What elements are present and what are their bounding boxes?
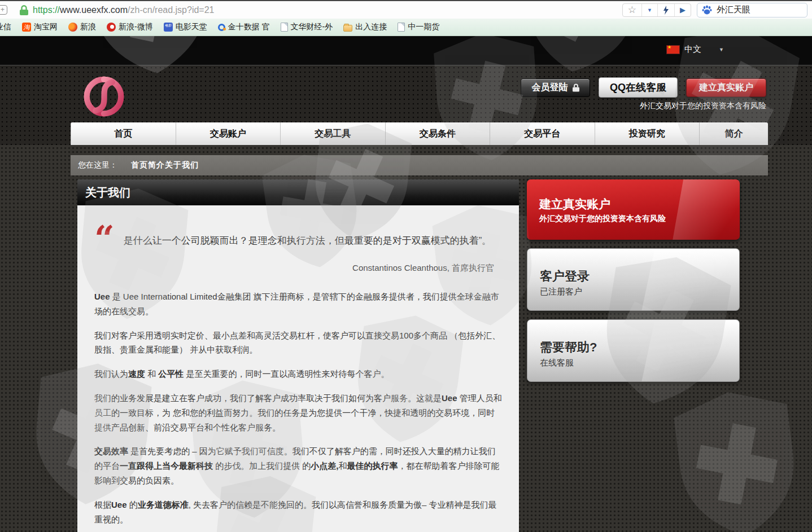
nav-tab-label: 交易账户 <box>210 128 246 140</box>
quote-block: “ 是什么让一个公司脱颖而出？是理念和执行方法，但最重要的是对于双赢模式的执着”… <box>94 228 502 249</box>
sidebar-card-subtitle: 外汇交易对于您的投资资本含有风险 <box>527 212 740 224</box>
sidebar-card-title: 客户登录 <box>527 268 739 285</box>
nav-tab[interactable]: 交易条件 <box>385 122 490 145</box>
nav-tab[interactable]: 交易平台 <box>490 122 595 145</box>
bookmark-item[interactable]: 新浪-微博 <box>107 22 153 32</box>
qq-service-label: QQ在线客服 <box>610 81 666 94</box>
member-login-button[interactable]: 会员登陆 <box>521 78 590 97</box>
sidebar-card[interactable]: 需要帮助? 在线客服 <box>527 319 740 382</box>
qq-service-button[interactable]: QQ在线客服 <box>599 77 678 98</box>
open-account-button[interactable]: 建立真实账户 <box>686 78 766 97</box>
bookmark-item[interactable]: 淘宝网 <box>22 22 58 32</box>
bookmark-item[interactable]: 文华财经-外 <box>281 22 333 32</box>
paragraph: Uee 是 Uee International Limited金融集团 旗下注册… <box>94 289 502 319</box>
dropdown-caret-icon[interactable]: ▼ <box>641 4 657 16</box>
sidebar-card-title: 需要帮助? <box>527 339 739 356</box>
paragraph: 我们认为速度 和 公平性 是至关重要的，同时一直以高透明性来对待每个客户。 <box>94 367 502 381</box>
article-panel: 关于我们 “ 是什么让一个公司脱颖而出？是理念和执行方法，但最重要的是对于双赢模… <box>77 179 519 532</box>
language-label: 中文 <box>684 44 701 55</box>
bookmark-favicon-icon <box>107 23 116 32</box>
bookmark-favicon-icon <box>164 23 173 32</box>
site-header: 会员登陆 QQ在线客服 建立真实账户 外汇交易对于您的投资资本含有风险 首页 <box>0 65 812 145</box>
breadcrumb: 您在这里： 首页简介关于我们 <box>71 155 768 175</box>
sidebar: 建立真实账户 外汇交易对于您的投资资本含有风险 客户登录 已注册客户 需要帮助?… <box>527 179 740 532</box>
nav-tab[interactable]: 首页 <box>71 122 176 145</box>
open-account-label: 建立真实账户 <box>699 82 753 94</box>
bookmark-label: 电影天堂 <box>176 22 207 32</box>
article-body: “ 是什么让一个公司脱颖而出？是理念和执行方法，但最重要的是对于双赢模式的执着”… <box>77 205 519 532</box>
bookmark-label: 中一期货 <box>408 22 439 32</box>
bookmark-item[interactable]: 金十数据 官 <box>218 22 270 32</box>
bookmark-item[interactable]: 新浪 <box>68 22 96 32</box>
bookmark-favicon-icon <box>68 23 77 32</box>
china-flag-icon <box>667 46 679 54</box>
bookmark-label: 文华财经-外 <box>291 22 333 32</box>
bookmark-favicon-icon <box>218 24 225 31</box>
address-bar-actions: ☆ ▼ ▶ <box>622 3 691 17</box>
paragraph: 我们的业务发展是建立在客户成功，我们了解客户成功率取决于我们如何为客户服务。这就… <box>94 391 502 434</box>
url-text[interactable]: https://www.ueexfx.com/zh-cn/read.jsp?id… <box>33 5 622 15</box>
bookmark-star-icon[interactable]: ☆ <box>623 4 641 16</box>
risk-warning-text: 外汇交易对于您的投资资本含有风险 <box>640 101 766 111</box>
extension-icon[interactable]: + <box>0 5 7 15</box>
site-topbar: 中文 ▼ <box>0 36 812 65</box>
nav-tab[interactable]: 投资研究 <box>595 122 700 145</box>
sidebar-card[interactable]: 客户登录 已注册客户 <box>527 248 740 311</box>
nav-tab-label: 交易工具 <box>315 128 351 140</box>
bookmarks-bar: 业信 淘宝网 新浪 新浪-微博 电影天堂 <box>0 19 812 36</box>
bookmark-item[interactable]: 业信 <box>0 22 11 32</box>
paragraph: 我们对客户采用透明实时定价、最小点差和高灵活交易杠杆，使客户可以直接交易100多… <box>94 328 502 358</box>
search-plugin-box[interactable]: 外汇天眼 <box>697 3 807 17</box>
main-content: 关于我们 “ 是什么让一个公司脱颖而出？是理念和执行方法，但最重要的是对于双赢模… <box>77 179 812 532</box>
bookmark-item[interactable]: 中一期货 <box>398 22 439 32</box>
main-nav: 首页 交易账户 交易工具 交易条件 交易平台 投资研究 简介 <box>71 122 768 145</box>
breadcrumb-path[interactable]: 首页简介关于我们 <box>131 160 199 170</box>
bookmark-label: 新浪 <box>80 22 96 32</box>
nav-tab-label: 交易条件 <box>420 128 456 140</box>
bookmark-favicon-icon <box>343 25 352 32</box>
browser-address-bar: + https://www.ueexfx.com/zh-cn/read.jsp?… <box>0 0 812 19</box>
nav-tab[interactable]: 交易账户 <box>176 122 281 145</box>
paragraph: 根据Uee 的业务道德标准, 失去客户的信赖是不能挽回的。我们以高信誉和服务质量… <box>94 498 502 527</box>
bookmark-item[interactable]: 电影天堂 <box>164 22 207 32</box>
quote-text: 是什么让一个公司脱颖而出？是理念和执行方法，但最重要的是对于双赢模式的执着”。 <box>124 228 492 249</box>
bookmark-favicon-icon <box>281 23 288 32</box>
nav-tab[interactable]: 简介 <box>699 122 768 145</box>
bookmark-label: 业信 <box>0 22 11 32</box>
nav-tab-label: 投资研究 <box>629 128 665 140</box>
ssl-lock-icon[interactable] <box>20 5 28 15</box>
site-logo[interactable] <box>83 71 125 124</box>
quote-mark-icon: “ <box>94 228 115 249</box>
bookmark-label: 出入连接 <box>355 22 387 32</box>
url-scheme: https:// <box>33 5 60 15</box>
bookmark-item[interactable]: 出入连接 <box>343 22 387 32</box>
page-title: 关于我们 <box>77 179 519 205</box>
screen: + https://www.ueexfx.com/zh-cn/read.jsp?… <box>0 0 812 532</box>
baidu-paw-icon <box>702 5 712 15</box>
lightning-icon[interactable] <box>657 4 674 16</box>
bookmark-label: 新浪-微博 <box>119 22 153 32</box>
sidebar-card[interactable]: 建立真实账户 外汇交易对于您的投资资本含有风险 <box>527 179 740 240</box>
bookmark-favicon-icon <box>398 23 405 32</box>
go-play-icon[interactable]: ▶ <box>674 4 691 16</box>
article-paragraphs: Uee 是 Uee International Limited金融集团 旗下注册… <box>94 289 502 526</box>
url-path: /zh-cn/read.jsp?id=21 <box>128 5 214 15</box>
bookmark-label: 金十数据 官 <box>228 22 270 32</box>
sidebar-card-subtitle: 在线客服 <box>527 356 739 368</box>
breadcrumb-label: 您在这里： <box>78 160 117 170</box>
url-host: www.ueexfx.com <box>60 5 128 15</box>
bookmark-favicon-icon <box>22 23 31 32</box>
paragraph: 交易效率 是首先要考虑的 – 因为它赋予我们可信度。我们不仅了解客户的需，同时还… <box>94 444 502 487</box>
nav-tab-label: 首页 <box>114 128 132 140</box>
nav-tab-label: 交易平台 <box>524 128 560 140</box>
nav-tab-label: 简介 <box>725 128 743 140</box>
padlock-icon <box>573 83 579 92</box>
language-caret-icon: ▼ <box>719 47 724 52</box>
search-plugin-label: 外汇天眼 <box>717 5 750 15</box>
sidebar-card-subtitle: 已注册客户 <box>527 285 739 297</box>
nav-tab[interactable]: 交易工具 <box>280 122 385 145</box>
member-login-label: 会员登陆 <box>532 82 568 94</box>
header-buttons: 会员登陆 QQ在线客服 建立真实账户 <box>521 77 766 98</box>
bookmark-label: 淘宝网 <box>34 22 58 32</box>
language-selector[interactable]: 中文 ▼ <box>667 44 724 55</box>
